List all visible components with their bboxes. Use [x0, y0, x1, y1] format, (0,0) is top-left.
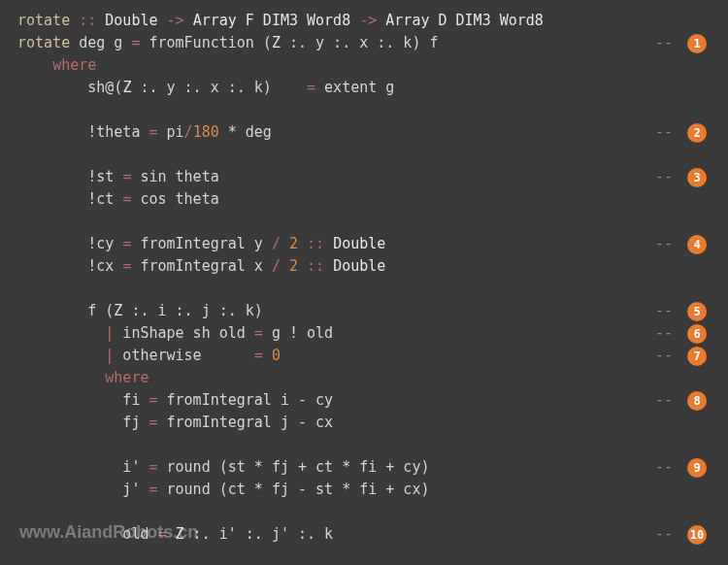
code-token [377, 12, 385, 29]
code-token [17, 213, 26, 230]
code-token: | [105, 324, 114, 342]
code-token: 2 [289, 257, 298, 275]
code-line-content [17, 278, 711, 300]
code-token: rotate [17, 34, 70, 51]
code-token: Double [333, 235, 385, 252]
code-token: | [105, 347, 114, 364]
annotation-marker: -- 2 [655, 121, 711, 144]
code-token: -> [359, 12, 377, 29]
code-token: sin theta [131, 168, 218, 185]
code-line-content [17, 99, 711, 121]
code-line-content: f (Z :. i :. j :. k) [17, 300, 655, 322]
code-token: old [17, 525, 158, 543]
code-token: :. i :. j :. k) [122, 302, 263, 319]
code-token: fromIntegral x [131, 257, 272, 275]
annotation-marker: -- 8 [655, 389, 711, 412]
annotation-dash: -- [655, 389, 681, 412]
code-token: = [254, 324, 263, 342]
code-line-content: !st = sin theta [17, 166, 655, 188]
code-line-content: rotate deg g = fromFunction (Z :. y :. x… [17, 32, 655, 54]
code-token: fromIntegral y [131, 235, 272, 252]
code-token: -> [167, 12, 184, 29]
code-token [281, 257, 289, 275]
code-line-content: !cx = fromIntegral x / 2 :: Double [17, 255, 711, 278]
annotation-badge: 3 [687, 168, 707, 187]
code-token: :: [307, 235, 324, 252]
code-token [17, 56, 52, 74]
annotation-dash: -- [655, 523, 681, 546]
code-line-content: old = Z :. i' :. j' :. k [17, 523, 655, 546]
annotation-badge: 2 [687, 123, 707, 143]
code-token: fj [17, 414, 149, 431]
code-token [158, 12, 167, 29]
annotation-dash: -- [655, 456, 681, 479]
annotation-marker: -- 5 [655, 300, 711, 322]
code-token [17, 101, 26, 118]
code-line-content: sh@(Z :. y :. x :. k) = extent g [17, 77, 711, 99]
code-line: where [17, 54, 711, 77]
code-token [17, 146, 26, 163]
code-line: | inShape sh old = g ! old-- 6 [17, 322, 711, 345]
annotation-badge: 9 [687, 458, 707, 478]
code-line-content: !cy = fromIntegral y / 2 :: Double [17, 233, 655, 255]
code-token: 180 [193, 123, 219, 141]
code-token [263, 347, 272, 364]
code-token: Z [176, 525, 184, 543]
code-token: fromIntegral j - cx [158, 414, 334, 431]
code-token: otherwise [114, 347, 254, 364]
code-line: where [17, 367, 711, 389]
code-token [324, 257, 333, 275]
annotation-dash: -- [655, 345, 681, 367]
code-token: Double [333, 257, 385, 275]
code-token: = [254, 347, 263, 364]
code-line: fj = fromIntegral j - cx [17, 412, 711, 434]
code-line-content: !ct = cos theta [17, 188, 711, 211]
code-token: Array D DIM3 Word8 [385, 12, 544, 29]
code-line [17, 99, 711, 121]
code-token: = [158, 525, 167, 543]
code-token [298, 235, 307, 252]
code-token: !cx [17, 257, 122, 275]
code-token: / [184, 123, 193, 141]
code-token: / [272, 235, 281, 252]
code-line-content: where [17, 54, 711, 77]
code-line-content: where [17, 367, 711, 389]
annotation-badge: 7 [687, 347, 707, 366]
code-token [184, 12, 193, 29]
code-line: | otherwise = 0-- 7 [17, 345, 711, 367]
code-token [17, 347, 105, 364]
code-token: = [149, 458, 157, 476]
code-line-content: j' = round (ct * fj - st * fi + cx) [17, 479, 711, 501]
code-token: / [272, 257, 281, 275]
code-line: fi = fromIntegral i - cy-- 8 [17, 389, 711, 412]
code-token [17, 369, 105, 386]
code-token: :. y :. x :. k) [131, 79, 307, 96]
code-block: rotate :: Double -> Array F DIM3 Word8 -… [17, 10, 711, 546]
code-line [17, 211, 711, 233]
code-token: :. y :. x :. k) f [281, 34, 439, 51]
code-token: :: [79, 12, 96, 29]
code-token: pi [158, 123, 184, 141]
code-token [96, 12, 105, 29]
code-line: !cx = fromIntegral x / 2 :: Double [17, 255, 711, 278]
annotation-badge: 1 [687, 34, 707, 53]
code-line-content [17, 211, 711, 233]
code-line [17, 434, 711, 456]
code-token: inShape sh old [114, 324, 254, 342]
annotation-dash: -- [655, 233, 681, 255]
code-line: rotate deg g = fromFunction (Z :. y :. x… [17, 32, 711, 54]
code-line: !cy = fromIntegral y / 2 :: Double-- 4 [17, 233, 711, 255]
code-line-content: rotate :: Double -> Array F DIM3 Word8 -… [17, 10, 711, 32]
code-line: sh@(Z :. y :. x :. k) = extent g [17, 77, 711, 99]
code-line: !st = sin theta-- 3 [17, 166, 711, 188]
code-token: round (ct * fj - st * fi + cx) [158, 481, 430, 498]
code-token: sh@( [17, 79, 122, 96]
code-token: fromIntegral i - cy [158, 391, 334, 409]
code-line-content: i' = round (st * fj + ct * fi + cy) [17, 456, 655, 479]
code-token: = [149, 391, 157, 409]
code-token: Z [272, 34, 281, 51]
code-token [17, 503, 26, 520]
code-token: cos theta [131, 190, 218, 208]
code-token: !ct [17, 190, 122, 208]
code-token: f ( [17, 302, 114, 319]
